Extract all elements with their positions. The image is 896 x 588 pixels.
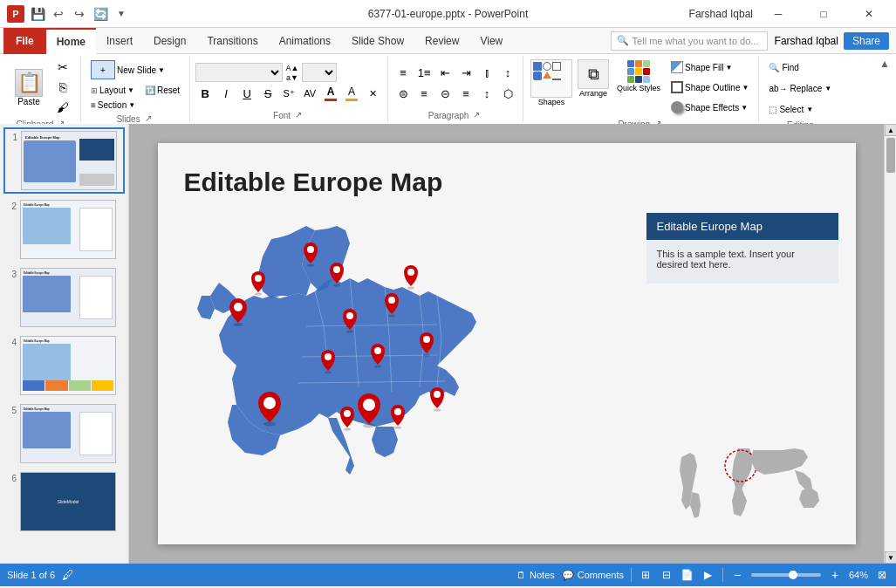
font-color-button[interactable]: A [321,84,340,103]
vertical-scrollbar[interactable]: ▲ ▼ [884,124,896,564]
comments-icon: 💬 [562,570,574,581]
slide-thumb-6[interactable]: 6 SlideModel [3,469,125,534]
decrease-indent-button[interactable]: ⇤ [435,63,455,82]
numbering-button[interactable]: 1≡ [414,63,434,82]
tab-home[interactable]: Home [46,28,96,54]
repeat-button[interactable]: 🔄 [91,4,110,24]
paragraph-expand-button[interactable]: ↗ [470,108,482,120]
shape-fill-button[interactable]: Shape Fill ▼ [667,58,753,77]
shape-effects-button[interactable]: Shape Effects ▼ [667,98,753,117]
tab-insert[interactable]: Insert [96,28,143,54]
tab-design[interactable]: Design [143,28,196,54]
maximize-button[interactable]: □ [804,2,844,26]
font-family-select[interactable] [195,63,283,82]
tab-animations[interactable]: Animations [269,28,341,54]
align-center-button[interactable]: ≡ [414,84,434,103]
cut-button[interactable]: ✂ [51,58,75,77]
layout-button[interactable]: ⊞ Layout ▼ [86,84,139,97]
format-painter-button[interactable]: 🖌 [51,98,75,117]
underline-button[interactable]: U [237,84,256,103]
slide-thumb-2[interactable]: 2 Editable Europe Map [3,197,125,262]
ribbon-collapse-button[interactable]: ▲ [879,58,891,70]
clear-format-button[interactable]: ✕ [363,84,382,103]
font-expand-button[interactable]: ↗ [292,108,304,120]
slideshow-button[interactable]: ▶ [701,568,715,582]
replace-button[interactable]: ab→ Replace ▼ [764,79,836,98]
find-button[interactable]: 🔍 Find [764,58,836,77]
normal-view-button[interactable]: ⊞ [639,568,653,582]
slides-controls: + New Slide ▼ ⊞ Layout ▼ 🔃 Reset [86,58,184,112]
tab-review[interactable]: Review [414,28,469,54]
text-shadow-button[interactable]: S⁺ [279,84,298,103]
slide-canvas[interactable]: Editable Europe Map [158,143,856,544]
info-box[interactable]: Editable Europe Map This is a sample tex… [646,213,838,284]
columns-button[interactable]: ⫿ [477,63,496,82]
customize-button[interactable]: ▼ [112,4,131,24]
italic-button[interactable]: I [216,84,236,103]
line-spacing-button[interactable]: ↕ [477,84,496,103]
slides-expand-button[interactable]: ↗ [142,112,154,124]
drawing-group: Shapes ⧉ Arrange [523,56,759,122]
ribbon-search-box[interactable]: 🔍 Tell me what you want to do... [611,31,768,51]
quick-styles-button[interactable]: Quick Styles [612,58,665,117]
copy-button[interactable]: ⎘ [51,78,75,97]
select-button[interactable]: ⬚ Select ▼ [764,99,836,119]
slide-panel[interactable]: 1 Editable Europe Map 2 Editable Europe … [0,124,129,564]
zoom-slider[interactable] [751,573,821,577]
increase-indent-button[interactable]: ⇥ [456,63,475,82]
ribbon-collapse-area: ▲ [877,56,893,122]
zoom-in-button[interactable]: + [828,568,842,582]
tab-slideshow[interactable]: Slide Show [341,28,414,54]
new-slide-button[interactable]: + New Slide ▼ [86,58,184,82]
zoom-out-button[interactable]: − [730,568,744,582]
font-size-select[interactable] [302,63,337,82]
redo-button[interactable]: ↪ [70,4,89,24]
shape-outline-button[interactable]: Shape Outline ▼ [667,78,753,97]
comments-button[interactable]: 💬 Comments [562,570,624,581]
close-button[interactable]: ✕ [849,2,889,26]
slide-sorter-button[interactable]: ⊟ [660,568,674,582]
share-button[interactable]: Share [844,32,889,50]
new-slide-dropdown[interactable]: ▼ [158,66,165,74]
minimize-button[interactable]: ─ [758,2,798,26]
shapes-button[interactable]: Shapes [529,58,574,117]
zoom-thumb[interactable] [789,571,797,579]
slide-thumb-4[interactable]: 4 Editable Europe Map [3,333,125,398]
slide-thumb-5[interactable]: 5 Editable Europe Map [3,401,125,466]
save-button[interactable]: 💾 [28,4,47,24]
reset-button[interactable]: 🔃 Reset [140,84,184,97]
text-highlight-button[interactable]: A [342,84,361,103]
slide-thumb-3[interactable]: 3 Editable Europe Map [3,265,125,330]
info-box-body[interactable]: This is a sample text. Insert your desir… [646,240,838,284]
slide-thumb-1[interactable]: 1 Editable Europe Map [3,127,125,194]
text-direction-button[interactable]: ↕ [498,63,517,82]
align-left-button[interactable]: ⊜ [393,84,413,103]
tab-view[interactable]: View [469,28,513,54]
smart-art-button[interactable]: ⬡ [498,84,517,103]
undo-button[interactable]: ↩ [49,4,68,24]
size-increase-button[interactable]: A▲ [284,63,300,72]
slide-notes-icon[interactable]: 🖊 [62,568,74,582]
char-spacing-button[interactable]: AV [300,84,319,103]
notes-button[interactable]: 🗒 Notes [516,570,555,580]
strikethrough-button[interactable]: S [258,84,277,103]
bold-button[interactable]: B [195,84,215,103]
size-decrease-button[interactable]: a▼ [284,72,300,82]
tab-transitions[interactable]: Transitions [196,28,268,54]
slide-num-1: 1 [7,133,17,142]
scroll-down-button[interactable]: ▼ [885,551,896,564]
scroll-up-button[interactable]: ▲ [885,124,896,136]
reading-view-button[interactable]: 📄 [681,568,694,582]
paste-icon: 📋 [15,69,43,97]
arrange-button[interactable]: ⧉ Arrange [576,58,611,117]
map-area[interactable] [175,195,551,518]
paste-button[interactable]: 📋 Paste [9,66,49,109]
fit-slide-button[interactable]: ⊠ [875,568,889,582]
bullets-button[interactable]: ≡ [393,63,413,82]
justify-button[interactable]: ≡ [456,84,475,103]
tab-file[interactable]: File [3,28,46,54]
scroll-thumb[interactable] [886,138,895,173]
section-button[interactable]: ≡ Section ▼ [86,99,184,112]
slide-title[interactable]: Editable Europe Map [184,168,443,197]
align-right-button[interactable]: ⊝ [435,84,455,103]
